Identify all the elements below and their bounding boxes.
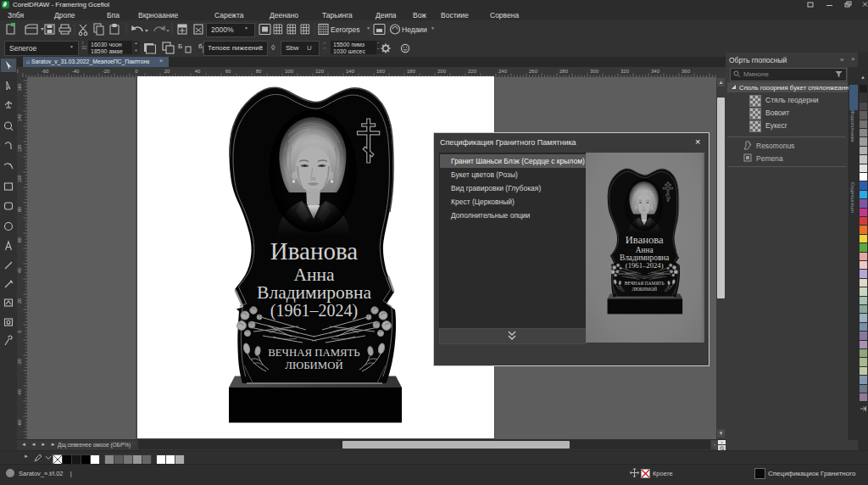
svg-text:160: 160: [376, 69, 386, 74]
svg-text:100: 100: [285, 69, 294, 74]
svg-text:-40: -40: [17, 389, 22, 396]
svg-text:360: 360: [682, 69, 691, 74]
svg-text:Владимировна: Владимировна: [257, 282, 371, 303]
svg-text:220: 220: [468, 69, 477, 74]
svg-text:320: 320: [620, 69, 630, 74]
svg-text:260: 260: [529, 69, 538, 74]
svg-text:180: 180: [407, 69, 416, 74]
svg-text:0: 0: [135, 69, 138, 74]
svg-text:80: 80: [17, 207, 22, 212]
svg-text:Б: Б: [178, 42, 182, 50]
svg-text:160: 160: [17, 83, 22, 91]
svg-text:-60: -60: [17, 420, 22, 426]
svg-text:120: 120: [315, 69, 325, 74]
svg-text:20: 20: [164, 69, 170, 74]
svg-text:(1961–2024): (1961–2024): [270, 301, 358, 321]
svg-text:-40: -40: [72, 69, 80, 74]
svg-text:60: 60: [225, 69, 231, 74]
svg-text:140: 140: [346, 69, 355, 74]
svg-text:140: 140: [17, 114, 22, 121]
svg-text:-20: -20: [17, 359, 22, 365]
svg-text:20: 20: [17, 298, 22, 304]
svg-text:б: б: [198, 42, 203, 50]
svg-text:-80: -80: [17, 69, 19, 74]
svg-text:280: 280: [559, 69, 569, 74]
svg-text:200: 200: [437, 69, 447, 74]
svg-text:80: 80: [256, 69, 262, 74]
svg-text:40: 40: [195, 69, 201, 74]
svg-text:-60: -60: [42, 69, 49, 74]
svg-text:100: 100: [17, 175, 22, 182]
svg-text:240: 240: [498, 69, 508, 74]
svg-text:-20: -20: [103, 69, 110, 74]
svg-text:Иванова: Иванова: [270, 237, 358, 265]
svg-text:340: 340: [651, 69, 660, 74]
svg-text:0: 0: [17, 330, 22, 332]
svg-text:60: 60: [17, 237, 22, 242]
svg-text:ВЕЧНАЯ ПАМЯТЬ: ВЕЧНАЯ ПАМЯТЬ: [268, 347, 359, 359]
svg-text:300: 300: [590, 69, 599, 74]
svg-text:120: 120: [17, 144, 22, 152]
svg-text:40: 40: [17, 268, 22, 273]
svg-text:ЛЮБИМОЙ: ЛЮБИМОЙ: [285, 360, 342, 371]
